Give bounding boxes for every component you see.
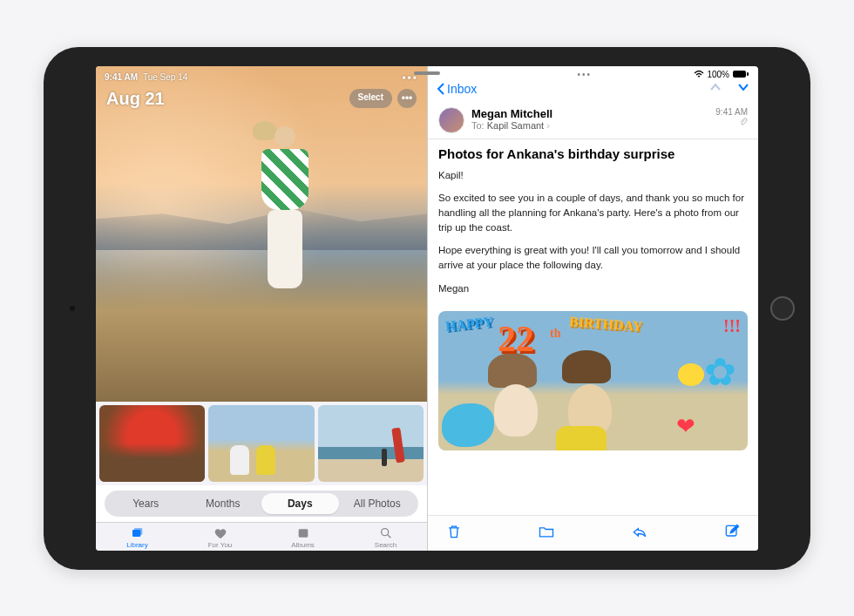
ellipsis-icon: •••: [402, 92, 413, 105]
recipient-name: Kapil Samant: [487, 120, 544, 131]
next-message-button[interactable]: [737, 81, 749, 97]
back-button[interactable]: Inbox: [437, 82, 477, 96]
message-time: 9:41 AM: [715, 107, 748, 117]
battery-percentage: 100%: [707, 70, 729, 79]
mail-toolbar: [428, 515, 758, 551]
wifi-icon: [694, 70, 704, 78]
to-label: To:: [471, 120, 485, 131]
chevron-down-icon: [737, 81, 749, 93]
status-date: Tue Sep 14: [143, 72, 187, 82]
compose-button[interactable]: [723, 523, 741, 544]
tab-library[interactable]: Library: [96, 526, 179, 549]
library-icon: [130, 526, 146, 540]
albums-icon: [295, 526, 311, 540]
home-button[interactable]: [770, 296, 795, 321]
status-bar-right: ••• 100%: [428, 66, 758, 79]
battery-icon: [732, 70, 749, 78]
doodle-text-birthday: BIRTHDAY: [568, 314, 642, 335]
status-time: 9:41 AM: [105, 72, 138, 82]
move-button[interactable]: [538, 523, 555, 544]
trash-button[interactable]: [445, 523, 463, 544]
message-header: Megan Mitchell To: Kapil Samant › 9:41 A…: [428, 102, 758, 139]
segment-days[interactable]: Days: [261, 493, 339, 514]
attachment-image[interactable]: HAPPY 22 th BIRTHDAY !!! ❤: [438, 311, 748, 450]
tab-label: Search: [375, 541, 396, 549]
svg-rect-5: [733, 71, 746, 78]
segment-months[interactable]: Months: [185, 493, 262, 514]
body-signature: Megan: [438, 281, 748, 296]
doodle-text-number: 22: [498, 318, 534, 360]
trash-icon: [445, 523, 463, 540]
body-paragraph: So excited to see you in a couple of day…: [438, 191, 748, 234]
sender-avatar[interactable]: [438, 107, 464, 133]
front-camera: [70, 306, 75, 311]
photo-thumbnails-row: [96, 402, 427, 485]
attachment-icon: [739, 118, 748, 126]
tab-search[interactable]: Search: [344, 526, 427, 549]
svg-rect-1: [134, 528, 142, 535]
photos-hero-image[interactable]: 9:41 AM Tue Sep 14 ••• Aug 21 Select •••: [96, 66, 427, 402]
photos-app: 9:41 AM Tue Sep 14 ••• Aug 21 Select •••: [96, 66, 427, 551]
folder-icon: [538, 523, 555, 540]
svg-point-3: [381, 528, 388, 535]
prev-message-button[interactable]: [709, 81, 722, 97]
doodle-heart-icon: ❤: [676, 413, 695, 440]
foryou-icon: [213, 526, 228, 540]
chevron-left-icon: [437, 83, 445, 95]
split-view-handle[interactable]: [414, 71, 440, 75]
message-subject: Photos for Ankana's birthday surprise: [428, 139, 758, 165]
sender-name[interactable]: Megan Mitchell: [471, 107, 708, 120]
photo-thumbnail[interactable]: [99, 405, 205, 482]
more-options-button[interactable]: •••: [397, 89, 417, 108]
svg-rect-2: [298, 529, 308, 537]
view-segmented-control: Years Months Days All Photos: [105, 491, 418, 517]
svg-rect-6: [747, 72, 749, 76]
tab-label: For You: [208, 541, 233, 549]
body-paragraph: Hope everything is great with you! I'll …: [438, 243, 748, 272]
reply-button[interactable]: [631, 523, 648, 544]
photos-tab-bar: Library For You Albums Search: [96, 522, 427, 551]
message-body: Kapil! So excited to see you in a couple…: [428, 165, 758, 308]
segment-all-photos[interactable]: All Photos: [339, 493, 417, 514]
search-icon: [378, 526, 394, 540]
svg-line-4: [388, 535, 390, 538]
chevron-up-icon: [709, 81, 722, 93]
back-button-label: Inbox: [447, 82, 477, 96]
mail-app: ••• 100% Inbox: [427, 66, 758, 551]
tab-for-you[interactable]: For You: [179, 526, 261, 549]
chevron-right-icon: ›: [546, 120, 550, 131]
ipad-device-frame: 9:41 AM Tue Sep 14 ••• Aug 21 Select •••: [44, 47, 810, 570]
tab-albums[interactable]: Albums: [261, 526, 344, 549]
photos-date-heading: Aug 21: [106, 89, 165, 109]
tab-label: Library: [126, 541, 147, 549]
tab-label: Albums: [291, 541, 315, 549]
select-button[interactable]: Select: [349, 89, 392, 108]
screen: 9:41 AM Tue Sep 14 ••• Aug 21 Select •••: [96, 66, 758, 551]
photo-thumbnail[interactable]: [208, 405, 314, 482]
doodle-text-exclaim: !!!: [723, 316, 741, 336]
photo-thumbnail[interactable]: [318, 405, 424, 482]
multitask-dots-icon[interactable]: •••: [578, 70, 593, 79]
recipient-row[interactable]: To: Kapil Samant ›: [471, 120, 708, 131]
doodle-text-th: th: [550, 327, 560, 341]
compose-icon: [723, 523, 741, 540]
doodle-text-happy: HAPPY: [444, 314, 494, 335]
reply-icon: [631, 523, 648, 540]
doodle-flower-icon: [704, 353, 742, 391]
segment-years[interactable]: Years: [107, 493, 185, 514]
status-bar-left: 9:41 AM Tue Sep 14 •••: [105, 71, 418, 84]
mail-nav-bar: Inbox: [428, 79, 758, 102]
body-paragraph: Kapil!: [438, 168, 748, 183]
